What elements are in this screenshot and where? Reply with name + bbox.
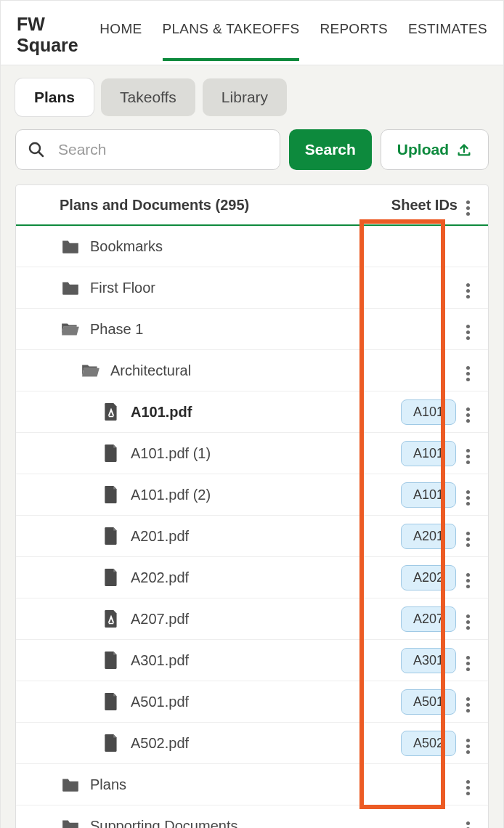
table-row[interactable]: A201.pdfA201 — [16, 516, 488, 557]
search-button[interactable]: Search — [289, 129, 372, 170]
sheet-id-badge[interactable]: A301 — [401, 648, 456, 673]
row-label: A301.pdf — [131, 652, 189, 669]
file-icon — [100, 651, 122, 670]
row-menu-button[interactable] — [456, 484, 479, 506]
row-name: Phase 1 — [16, 321, 382, 338]
sheet-id-cell: A501 — [382, 689, 456, 715]
sheet-id-cell: A101 — [382, 399, 456, 425]
upload-button[interactable]: Upload — [381, 129, 489, 170]
kebab-icon — [466, 366, 470, 381]
upload-button-label: Upload — [397, 141, 449, 158]
table-header-menu[interactable] — [458, 194, 478, 216]
folder-icon — [60, 280, 81, 296]
row-menu-button[interactable] — [456, 525, 479, 547]
kebab-icon — [466, 739, 470, 754]
row-label: Architectural — [110, 362, 191, 379]
file-icon — [100, 692, 122, 711]
sheet-id-cell: A301 — [382, 648, 456, 673]
plan-icon — [100, 402, 122, 421]
table-row[interactable]: A101.pdf (2)A101 — [16, 474, 488, 516]
controls-row: Search Upload — [15, 129, 489, 170]
subtabs: PlansTakeoffsLibrary — [15, 78, 489, 116]
table-row[interactable]: A101.pdfA101 — [16, 391, 488, 433]
row-label: A201.pdf — [131, 528, 189, 545]
row-menu-button[interactable] — [456, 401, 479, 423]
folder-open-icon — [60, 321, 81, 337]
topbar: FW Square HOMEPLANS & TAKEOFFSREPORTSEST… — [1, 1, 503, 65]
tab-takeoffs[interactable]: Takeoffs — [101, 78, 195, 116]
sheet-id-badge[interactable]: A101 — [401, 399, 456, 425]
kebab-icon — [466, 325, 470, 340]
sheet-id-badge[interactable]: A101 — [401, 482, 456, 508]
row-label: A101.pdf (1) — [131, 445, 211, 462]
file-icon — [100, 444, 122, 463]
folder-icon — [60, 776, 81, 792]
main-nav: HOMEPLANS & TAKEOFFSREPORTSESTIMATES — [99, 21, 487, 49]
sheet-id-badge[interactable]: A101 — [401, 441, 456, 466]
nav-item-estimates[interactable]: ESTIMATES — [408, 21, 487, 49]
table-row[interactable]: Bookmarks — [16, 226, 488, 267]
table-row[interactable]: A207.pdfA207 — [16, 598, 488, 640]
folder-open-icon — [80, 362, 102, 378]
column-header-name[interactable]: Plans and Documents (295) — [60, 197, 370, 214]
search-field[interactable] — [15, 129, 280, 170]
row-menu-button[interactable] — [456, 608, 479, 630]
row-menu-button[interactable] — [456, 442, 479, 464]
row-menu-button[interactable] — [456, 691, 479, 713]
sheet-id-badge[interactable]: A201 — [401, 524, 456, 549]
row-menu-button[interactable] — [456, 567, 479, 588]
nav-item-reports[interactable]: REPORTS — [320, 21, 388, 49]
row-menu-button[interactable] — [456, 360, 479, 381]
nav-item-plans-takeoffs[interactable]: PLANS & TAKEOFFS — [163, 21, 300, 61]
row-menu-button[interactable] — [456, 649, 479, 671]
row-menu-button[interactable] — [456, 732, 479, 754]
table-row[interactable]: A502.pdfA502 — [16, 723, 488, 764]
table-row[interactable]: First Floor — [16, 267, 488, 309]
row-label: First Floor — [90, 280, 155, 296]
row-label: A101.pdf — [131, 404, 192, 421]
file-icon — [100, 485, 122, 504]
table-row[interactable]: A501.pdfA501 — [16, 681, 488, 723]
search-input[interactable] — [58, 141, 268, 158]
row-name: A501.pdf — [16, 692, 382, 711]
column-header-sheetids[interactable]: Sheet IDs — [370, 197, 458, 214]
kebab-icon — [466, 697, 470, 713]
kebab-icon — [466, 573, 470, 588]
table-row[interactable]: A101.pdf (1)A101 — [16, 433, 488, 474]
row-name: A207.pdf — [16, 609, 382, 628]
row-name: Supporting Documents — [16, 818, 382, 829]
file-icon — [100, 527, 122, 545]
nav-item-home[interactable]: HOME — [99, 21, 142, 49]
table-body: BookmarksFirst FloorPhase 1Architectural… — [16, 226, 488, 828]
panel: PlansTakeoffsLibrary Search Upload Pl — [1, 65, 503, 828]
row-menu-button[interactable] — [456, 318, 479, 340]
kebab-icon — [466, 490, 470, 506]
documents-table: Plans and Documents (295) Sheet IDs Book… — [15, 184, 489, 828]
sheet-id-cell: A207 — [382, 606, 456, 632]
sheet-id-badge[interactable]: A202 — [401, 565, 456, 590]
table-row[interactable]: Phase 1 — [16, 309, 488, 350]
row-menu-button[interactable] — [456, 277, 479, 299]
sheet-id-cell: A202 — [382, 565, 456, 590]
table-row[interactable]: Plans — [16, 764, 488, 805]
table-row[interactable]: Supporting Documents — [16, 805, 488, 828]
tab-plans[interactable]: Plans — [15, 78, 94, 116]
row-menu-button[interactable] — [456, 774, 479, 795]
sheet-id-badge[interactable]: A502 — [401, 731, 456, 756]
table-row[interactable]: A202.pdfA202 — [16, 557, 488, 598]
tab-library[interactable]: Library — [203, 78, 287, 116]
row-menu-button[interactable] — [456, 815, 479, 828]
sheet-id-badge[interactable]: A207 — [401, 606, 456, 632]
table-row[interactable]: A301.pdfA301 — [16, 640, 488, 681]
table-row[interactable]: Architectural — [16, 350, 488, 391]
sheet-id-cell: A201 — [382, 524, 456, 549]
row-name: Architectural — [16, 362, 382, 379]
sheet-id-badge[interactable]: A501 — [401, 689, 456, 715]
folder-icon — [60, 818, 81, 828]
kebab-icon — [466, 283, 470, 299]
row-name: A201.pdf — [16, 527, 382, 545]
row-label: Supporting Documents — [90, 818, 237, 829]
row-name: A101.pdf (2) — [16, 485, 382, 504]
search-icon — [28, 141, 45, 158]
row-label: A501.pdf — [131, 694, 189, 710]
